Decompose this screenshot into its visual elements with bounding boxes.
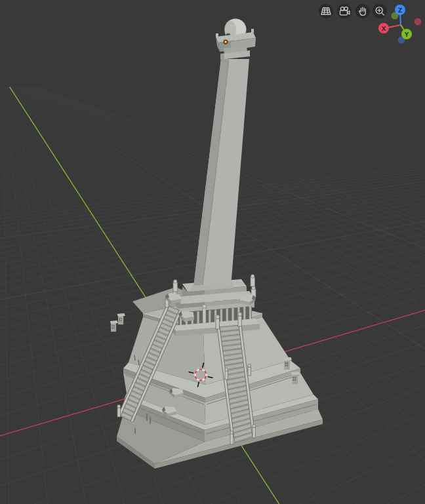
move-view-button[interactable] bbox=[355, 4, 370, 18]
viewport-canvas[interactable] bbox=[0, 0, 425, 504]
axis-label-x: X bbox=[382, 26, 386, 32]
navigation-axis-gizmo[interactable]: X Y Z bbox=[377, 3, 424, 46]
camera-view-button[interactable] bbox=[337, 4, 352, 18]
axis-ball-neg-x[interactable] bbox=[415, 18, 422, 26]
toggle-projection-button[interactable] bbox=[319, 4, 333, 18]
camera-icon bbox=[337, 4, 352, 18]
axis-label-y: Y bbox=[404, 31, 409, 38]
hand-icon bbox=[355, 4, 370, 18]
grid-perspective-icon bbox=[319, 4, 333, 18]
axis-label-z: Z bbox=[398, 7, 403, 14]
blender-3d-viewport[interactable]: X Y Z bbox=[0, 0, 425, 504]
